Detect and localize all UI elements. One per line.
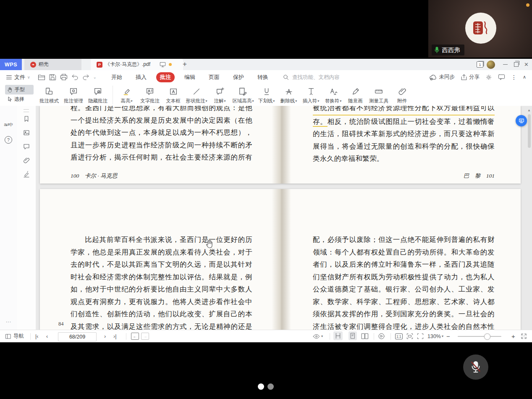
page-number-input[interactable] bbox=[58, 332, 97, 341]
mute-microphone-button[interactable] bbox=[463, 354, 488, 380]
sidebar-stamps[interactable] bbox=[17, 171, 36, 178]
tool-insert-caret[interactable]: 插入符▾ bbox=[300, 84, 322, 104]
print-icon[interactable] bbox=[60, 74, 68, 81]
account-avatar[interactable] bbox=[487, 59, 495, 70]
quick-access-caret-icon[interactable]: ⌄ bbox=[93, 75, 97, 79]
gear-icon[interactable] bbox=[485, 74, 492, 81]
tool-strikethrough[interactable]: 删除线▾ bbox=[278, 84, 300, 104]
tool-replace-mark[interactable]: 替换符▾ bbox=[322, 84, 344, 104]
window-count-badge[interactable]: 1 bbox=[477, 59, 483, 70]
ribbon-tab-page[interactable]: 页面 bbox=[205, 72, 223, 82]
single-page-view-button[interactable] bbox=[349, 331, 357, 340]
zoom-level-button[interactable]: 130% ▾ bbox=[427, 330, 443, 342]
ribbon-tab-annotate[interactable]: 批注 bbox=[156, 72, 175, 82]
carousel-dot-active[interactable] bbox=[258, 383, 264, 390]
sidebar-comments[interactable] bbox=[17, 143, 36, 150]
scrollbar-up-arrow[interactable]: ▲ bbox=[527, 108, 531, 112]
bottom-left-page-text: 比起其前辈百科全书派来说，圣西门是一位更好的历史 学家，他总是采用真正发展的观点… bbox=[71, 234, 252, 330]
tool-measure[interactable]: 测量工具 bbox=[367, 84, 391, 104]
sidebar-attachments[interactable] bbox=[17, 157, 36, 164]
tab-wps-home[interactable]: WPS bbox=[0, 59, 22, 70]
zoom-in-button[interactable]: + bbox=[511, 330, 515, 342]
translate-tool[interactable]: a⇄中 bbox=[0, 122, 17, 128]
two-page-view-button[interactable] bbox=[361, 330, 369, 342]
eye-protection-button[interactable]: ▾ bbox=[313, 330, 323, 342]
zoom-slider[interactable] bbox=[458, 330, 501, 342]
close-button[interactable]: ✕ bbox=[524, 59, 529, 70]
last-page-button[interactable]: ›| bbox=[113, 330, 116, 342]
sync-status-label[interactable]: 未同步 bbox=[439, 74, 455, 81]
scrollbar-thumb[interactable] bbox=[528, 114, 531, 148]
autoplay-button[interactable] bbox=[378, 330, 385, 342]
actual-size-button[interactable]: 1:1 bbox=[395, 330, 403, 342]
carousel-dot-inactive[interactable] bbox=[267, 383, 274, 390]
fit-width-button[interactable] bbox=[406, 330, 413, 342]
tool-highlight[interactable]: 高亮▾ bbox=[115, 84, 138, 104]
search-box[interactable] bbox=[283, 74, 371, 81]
panel-sidebar bbox=[17, 106, 36, 330]
tool-comment-manage[interactable]: 批注管理 bbox=[61, 84, 86, 104]
feedback-icon[interactable] bbox=[498, 74, 505, 80]
fit-page-button[interactable] bbox=[417, 330, 424, 342]
participant-name: 西西弗 bbox=[442, 46, 460, 54]
collapse-ribbon-icon[interactable]: ∧ bbox=[523, 74, 526, 80]
select-tool[interactable]: 选择 bbox=[5, 94, 34, 104]
tool-shape-comment[interactable]: 形状批注▾ bbox=[184, 84, 209, 104]
page-spread-bottom[interactable]: 比起其前辈百科全书派来说，圣西门是一位更好的历史 学家，他总是采用真正发展的观点… bbox=[40, 189, 521, 330]
open-folder-icon[interactable] bbox=[38, 74, 45, 81]
view-forward-button[interactable]: → bbox=[141, 330, 149, 342]
mic-muted-icon bbox=[470, 361, 481, 373]
redo-icon[interactable] bbox=[82, 74, 89, 80]
save-icon[interactable] bbox=[49, 74, 56, 81]
tool-underline[interactable]: 下划线▾ bbox=[255, 84, 278, 104]
ribbon-tab-protect[interactable]: 保护 bbox=[229, 72, 248, 82]
ribbon-tab-convert[interactable]: 转换 bbox=[254, 72, 272, 82]
screen-share-icon[interactable] bbox=[160, 62, 166, 67]
tool-freehand-draw[interactable]: 随意画 bbox=[344, 84, 367, 104]
document-canvas[interactable]: 程。圣西门是一位思想家，有着大胆而独创的观点：是他第 一个提出经济关系的发展是历… bbox=[36, 106, 532, 330]
rail-more-button[interactable]: ··· bbox=[0, 318, 17, 325]
zoom-out-button[interactable]: − bbox=[446, 330, 450, 342]
cloud-sync-icon[interactable] bbox=[429, 74, 437, 80]
floating-assistant-button[interactable] bbox=[516, 115, 527, 126]
tool-hide-comments[interactable]: 隐藏批注 bbox=[86, 84, 110, 104]
fit-page-icon bbox=[417, 333, 424, 339]
participant-video-tile[interactable]: 西西弗 bbox=[428, 0, 532, 58]
file-menu[interactable]: 文件 ∨ bbox=[6, 74, 30, 81]
share-label[interactable]: 分享 bbox=[469, 74, 480, 81]
tool-note[interactable]: 注解▾ bbox=[209, 84, 231, 104]
next-page-button[interactable]: › bbox=[104, 330, 106, 342]
share-icon[interactable] bbox=[461, 74, 467, 80]
help-icon: ? bbox=[5, 136, 12, 144]
tab-docer[interactable]: ❧ 稻壳 bbox=[24, 59, 81, 70]
back-icon: ← bbox=[131, 333, 139, 340]
sidebar-images[interactable] bbox=[17, 129, 36, 136]
first-page-button[interactable]: |‹ bbox=[35, 330, 38, 342]
ribbon-tab-home[interactable]: 开始 bbox=[107, 72, 126, 82]
search-input[interactable] bbox=[291, 74, 364, 81]
zoom-slider-track[interactable] bbox=[458, 336, 501, 337]
undo-icon[interactable] bbox=[71, 74, 79, 80]
new-tab-button[interactable]: + bbox=[180, 59, 190, 69]
tool-area-highlight[interactable]: 区域高亮▾ bbox=[231, 84, 255, 104]
ribbon-tab-insert[interactable]: 插入 bbox=[132, 72, 150, 82]
hand-tool[interactable]: 手型 bbox=[5, 85, 34, 94]
view-back-button[interactable]: ← bbox=[131, 330, 139, 342]
help-button[interactable]: ? bbox=[0, 136, 17, 144]
more-menu-icon[interactable]: ⋮ bbox=[511, 74, 517, 81]
ribbon-tab-edit[interactable]: 编辑 bbox=[181, 72, 199, 82]
navigation-toggle[interactable]: 导航 bbox=[5, 330, 24, 342]
tool-text-comment[interactable]: 文字批注 bbox=[138, 84, 162, 104]
page-spread-top[interactable]: 程。圣西门是一位思想家，有着大胆而独创的观点：是他第 一个提出经济关系的发展是历… bbox=[40, 106, 521, 184]
sidebar-drag-handle[interactable] bbox=[17, 109, 36, 112]
minimize-button[interactable] bbox=[503, 59, 508, 70]
tool-attachment[interactable]: 附件 bbox=[391, 84, 413, 104]
sidebar-bookmarks[interactable] bbox=[17, 115, 36, 123]
continuous-view-button[interactable] bbox=[333, 331, 343, 340]
tool-text-box[interactable]: 文本框 bbox=[162, 84, 184, 104]
tool-comment-mode[interactable]: 批注模式 bbox=[37, 84, 61, 104]
prev-page-button[interactable]: ‹ bbox=[46, 330, 48, 342]
zoom-slider-handle[interactable] bbox=[484, 333, 490, 340]
fullscreen-button[interactable] bbox=[521, 330, 527, 342]
restore-button[interactable] bbox=[514, 59, 519, 70]
